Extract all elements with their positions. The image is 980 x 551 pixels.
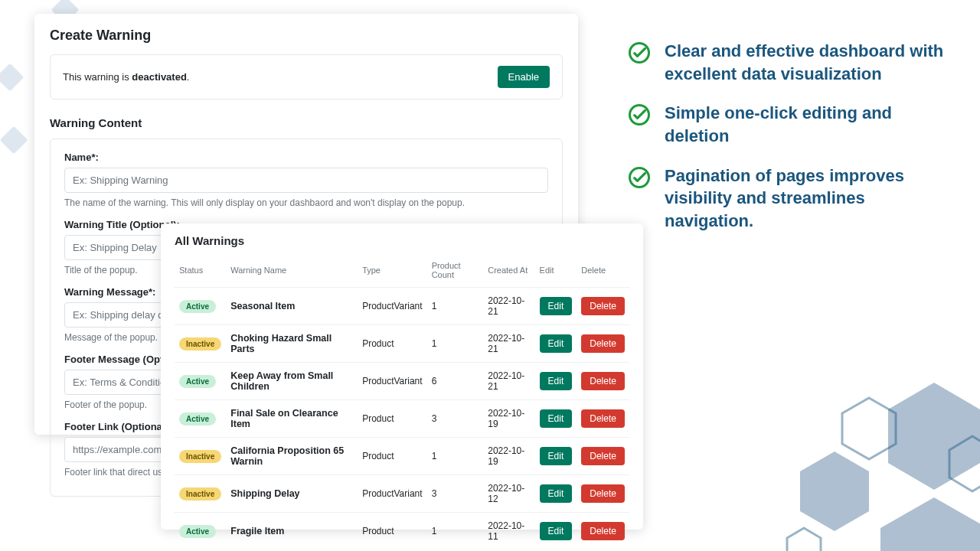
check-circle-icon [628, 103, 651, 129]
table-row: ActiveKeep Away from Small ChildrenProdu… [175, 363, 629, 400]
warning-type: Product [358, 325, 427, 363]
name-help: The name of the warning. This will only … [64, 197, 548, 208]
product-count: 1 [427, 513, 484, 550]
delete-button[interactable]: Delete [581, 484, 625, 503]
col-created: Created At [483, 255, 534, 288]
feature-item: Clear and effective dashboard with excel… [628, 40, 949, 85]
col-delete: Delete [577, 255, 629, 288]
warning-name: Shipping Delay [226, 475, 358, 513]
svg-marker-4 [800, 452, 869, 531]
check-circle-icon [628, 41, 651, 67]
all-warnings-title: All Warnings [175, 234, 629, 247]
table-row: InactiveCalifornia Proposition 65 Warnin… [175, 438, 629, 475]
feature-text: Pagination of pages improves visibility … [665, 165, 949, 233]
created-at: 2022-10-21 [483, 288, 534, 325]
table-row: ActiveFragile ItemProduct12022-10-11Edit… [175, 513, 629, 550]
delete-button[interactable]: Delete [581, 447, 625, 465]
edit-button[interactable]: Edit [540, 372, 573, 390]
product-count: 1 [427, 438, 484, 475]
edit-button[interactable]: Edit [540, 409, 573, 428]
status-banner: This warning is deactivated. Enable [50, 54, 563, 99]
table-row: InactiveShipping DelayProductVariant3202… [175, 475, 629, 513]
warnings-table: Status Warning Name Type Product Count C… [175, 255, 629, 549]
status-badge: Active [179, 300, 216, 313]
hexagon-decoration-icon [735, 352, 980, 551]
warning-type: Product [358, 513, 427, 550]
edit-button[interactable]: Edit [540, 522, 573, 540]
delete-button[interactable]: Delete [581, 372, 625, 390]
table-row: ActiveSeasonal ItemProductVariant12022-1… [175, 288, 629, 325]
status-banner-text: This warning is deactivated. [63, 71, 189, 83]
created-at: 2022-10-11 [483, 513, 534, 550]
warning-name: Fragile Item [226, 513, 358, 550]
table-row: ActiveFinal Sale on Clearance ItemProduc… [175, 400, 629, 438]
created-at: 2022-10-12 [483, 475, 534, 513]
edit-button[interactable]: Edit [540, 297, 573, 315]
warning-name: Choking Hazard Small Parts [226, 325, 358, 363]
product-count: 3 [427, 400, 484, 438]
feature-item: Simple one-click editing and deletion [628, 102, 949, 147]
warning-type: Product [358, 400, 427, 438]
feature-item: Pagination of pages improves visibility … [628, 165, 949, 233]
check-circle-icon [628, 166, 651, 192]
svg-marker-3 [888, 383, 980, 490]
name-label: Name*: [64, 152, 548, 163]
created-at: 2022-10-21 [483, 363, 534, 400]
warning-name: California Proposition 65 Warnin [226, 438, 358, 475]
section-title: Warning Content [50, 116, 563, 129]
svg-marker-6 [787, 528, 821, 551]
col-name: Warning Name [226, 255, 358, 288]
col-count: Product Count [427, 255, 484, 288]
status-badge: Inactive [179, 337, 221, 350]
delete-button[interactable]: Delete [581, 297, 625, 315]
warning-name: Final Sale on Clearance Item [226, 400, 358, 438]
warning-name: Keep Away from Small Children [226, 363, 358, 400]
svg-marker-8 [842, 398, 896, 459]
status-badge: Active [179, 412, 216, 425]
created-at: 2022-10-19 [483, 438, 534, 475]
all-warnings-panel: All Warnings Status Warning Name Type Pr… [161, 223, 643, 530]
created-at: 2022-10-21 [483, 325, 534, 363]
product-count: 3 [427, 475, 484, 513]
delete-button[interactable]: Delete [581, 334, 625, 353]
status-badge: Inactive [179, 487, 221, 500]
warning-type: ProductVariant [358, 475, 427, 513]
delete-button[interactable]: Delete [581, 522, 625, 540]
status-badge: Inactive [179, 450, 221, 463]
warning-type: Product [358, 438, 427, 475]
feature-text: Simple one-click editing and deletion [665, 102, 949, 147]
name-input[interactable] [64, 168, 548, 193]
col-edit: Edit [535, 255, 577, 288]
edit-button[interactable]: Edit [540, 447, 573, 465]
edit-button[interactable]: Edit [540, 484, 573, 503]
page-title: Create Warning [50, 28, 563, 44]
product-count: 1 [427, 288, 484, 325]
product-count: 1 [427, 325, 484, 363]
product-count: 6 [427, 363, 484, 400]
feature-text: Clear and effective dashboard with excel… [665, 40, 949, 85]
created-at: 2022-10-19 [483, 400, 534, 438]
delete-button[interactable]: Delete [581, 409, 625, 428]
status-badge: Active [179, 525, 216, 538]
warning-type: ProductVariant [358, 363, 427, 400]
warning-type: ProductVariant [358, 288, 427, 325]
svg-marker-5 [880, 497, 980, 551]
feature-list: Clear and effective dashboard with excel… [628, 40, 949, 249]
warning-name: Seasonal Item [226, 288, 358, 325]
table-row: InactiveChoking Hazard Small PartsProduc… [175, 325, 629, 363]
col-status: Status [175, 255, 226, 288]
col-type: Type [358, 255, 427, 288]
status-badge: Active [179, 375, 216, 388]
enable-button[interactable]: Enable [498, 66, 550, 88]
edit-button[interactable]: Edit [540, 334, 573, 353]
